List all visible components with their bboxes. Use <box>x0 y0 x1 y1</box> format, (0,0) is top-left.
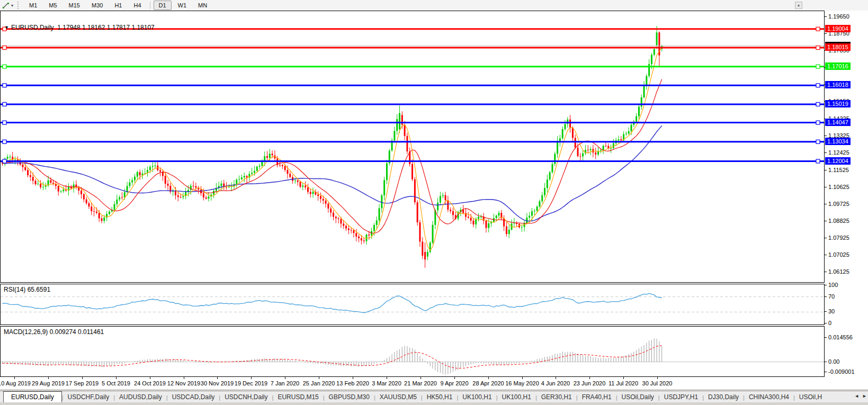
chart-tab-audusd-daily[interactable]: AUDUSD,Daily <box>115 392 166 403</box>
chart-tab-usdcad-daily[interactable]: USDCAD,Daily <box>168 392 219 403</box>
price-axis-tick-label: 1.09725 <box>828 201 849 207</box>
timeframe-button-m5[interactable]: M5 <box>43 1 62 10</box>
date-axis[interactable]: 10 Aug 201929 Aug 201917 Sep 20195 Oct 2… <box>0 377 825 389</box>
date-axis-tick <box>48 377 49 379</box>
level-price-label: 1.17016 <box>825 62 851 70</box>
timeframe-button-w1[interactable]: W1 <box>173 1 192 10</box>
macd-indicator-pane[interactable]: MACD(12,26,9) 0.009274 0.011461 <box>0 326 825 377</box>
rsi-axis-tick-label: 0 <box>828 320 831 326</box>
macd-axis-tick <box>825 372 827 372</box>
collapse-chart-icon[interactable]: ▼ <box>4 25 9 30</box>
date-axis-label: 19 Dec 2019 <box>235 380 267 386</box>
price-axis-tick <box>825 170 827 170</box>
macd-axis-tick <box>825 362 827 362</box>
date-axis-label: 7 Jan 2020 <box>271 380 299 386</box>
price-axis-tick-label: 1.07025 <box>828 251 849 258</box>
level-price-label: 1.13034 <box>825 138 851 145</box>
chart-tab-usdjpy-h1[interactable]: USDJPY,H1 <box>660 392 702 403</box>
timeframe-button-h4[interactable]: H4 <box>128 1 146 10</box>
date-axis-tick <box>623 377 624 379</box>
chart-tab-eurusd-daily[interactable]: EURUSD,Daily <box>3 391 62 403</box>
chart-tab-usoil-h[interactable]: USOil,H <box>795 392 826 403</box>
chart-tab-hk50-h1[interactable]: HK50,H1 <box>423 392 457 403</box>
date-axis-tick <box>657 377 658 379</box>
timeframe-button-m30[interactable]: M30 <box>86 1 108 10</box>
date-axis-label: 24 Oct 2019 <box>134 380 166 386</box>
chart-tab-gbpusd-m30[interactable]: GBPUSD,M30 <box>325 392 374 403</box>
chart-tab-usdchf-daily[interactable]: USDCHF,Daily <box>64 392 114 403</box>
chart-symbol-label: EURUSD,Daily <box>11 24 54 31</box>
rsi-axis-tick <box>825 323 827 323</box>
price-axis-tick <box>825 152 827 153</box>
draw-tool-icon <box>2 2 10 9</box>
date-axis-label: 23 Jun 2020 <box>574 380 606 386</box>
date-axis-label: 25 Jan 2020 <box>303 380 335 386</box>
toolbar-separator <box>150 2 150 9</box>
price-axis[interactable]: 1.196501.187501.178501.169501.160501.151… <box>825 11 868 377</box>
chart-tabbar: EURUSD,Daily|USDCHF,Daily|AUDUSD,Daily|U… <box>0 391 868 403</box>
date-axis-label: 17 Sep 2019 <box>66 380 99 386</box>
draw-tool-button[interactable]: ▾ <box>0 1 15 10</box>
level-price-label: 1.15019 <box>825 100 851 107</box>
rsi-label: RSI(14) 65.6591 <box>4 286 50 293</box>
chart-tab-xauusd-m5[interactable]: XAUUSD,M5 <box>375 392 421 403</box>
price-axis-tick-label: 1.06125 <box>828 268 849 275</box>
level-price-label: 1.18015 <box>825 43 851 51</box>
scroll-up-button[interactable]: ▲ <box>795 2 802 9</box>
price-chart-pane[interactable]: ▼EURUSD,Daily 1.17948 1.18162 1.17817 1.… <box>0 11 825 283</box>
date-axis-tick <box>150 377 150 379</box>
date-axis-tick <box>387 377 387 379</box>
chart-tab-dj30-daily[interactable]: DJ30,Daily <box>704 392 743 403</box>
chart-tab-usoil-daily[interactable]: USOil,Daily <box>618 392 658 403</box>
date-axis-label: 10 Aug 2019 <box>0 380 31 386</box>
chart-tab-eurusd-m15[interactable]: EURUSD,M15 <box>273 392 323 403</box>
chart-ohlc-values: 1.17948 1.18162 1.17817 1.18107 <box>57 24 155 31</box>
timeframe-button-m15[interactable]: M15 <box>64 1 85 10</box>
timeframe-button-mn[interactable]: MN <box>193 1 212 10</box>
price-axis-tick-label: 1.19650 <box>828 13 849 20</box>
rsi-axis-tick-label: 30 <box>828 308 835 314</box>
rsi-indicator-pane[interactable]: RSI(14) 65.6591 <box>0 284 825 325</box>
chart-tab-china300-h4[interactable]: CHINA300,H4 <box>745 392 793 403</box>
toolbar-grip[interactable] <box>17 2 21 9</box>
chart-tab-ger30-h1[interactable]: GER30,H1 <box>537 392 576 403</box>
candlestick-chart[interactable] <box>1 11 824 282</box>
price-axis-tick <box>825 272 827 272</box>
chart-tab-fra40-h1[interactable]: FRA40,H1 <box>578 392 616 403</box>
chart-tab-uk100-h1[interactable]: UK100,H1 <box>458 392 496 403</box>
timeframe-button-m1[interactable]: M1 <box>24 1 42 10</box>
date-axis-tick <box>488 377 489 379</box>
rsi-axis-tick <box>825 285 827 285</box>
date-axis-tick <box>285 377 285 379</box>
level-price-label: 1.12004 <box>825 157 851 165</box>
tab-scroll-left-button[interactable]: ◄ <box>854 393 859 399</box>
date-axis-label: 28 Apr 2020 <box>472 380 504 386</box>
date-axis-label: 3 Mar 2020 <box>372 380 401 386</box>
date-axis-label: 30 Jul 2020 <box>642 380 673 386</box>
macd-axis-tick-label: -0.009001 <box>828 368 855 375</box>
chevron-down-icon: ▾ <box>11 3 13 8</box>
tab-scroll-arrows: ◄► <box>851 393 867 399</box>
date-axis-label: 11 Jul 2020 <box>609 380 638 386</box>
date-axis-label: 9 Apr 2020 <box>440 380 468 386</box>
price-axis-tick <box>825 187 827 187</box>
chart-tab-uk100-h1[interactable]: UK100,H1 <box>498 392 535 403</box>
date-axis-tick <box>556 377 556 379</box>
date-axis-tick <box>522 377 523 379</box>
rsi-axis-tick <box>825 296 827 297</box>
price-axis-tick <box>825 255 827 255</box>
timeframe-button-d1[interactable]: D1 <box>154 1 172 10</box>
price-axis-tick <box>825 16 827 17</box>
timeframe-button-h1[interactable]: H1 <box>109 1 127 10</box>
date-axis-tick <box>217 377 218 379</box>
price-axis-tick <box>825 238 827 238</box>
rsi-line-chart <box>1 284 824 325</box>
macd-histogram-chart <box>1 327 824 376</box>
tab-scroll-right-button[interactable]: ► <box>862 393 867 399</box>
status-strip <box>0 402 868 405</box>
macd-axis-tick-label: 0.014556 <box>828 334 853 340</box>
price-axis-tick-label: 1.10625 <box>828 184 849 190</box>
date-axis-tick <box>353 377 353 379</box>
chart-tab-usdcnh-daily[interactable]: USDCNH,Daily <box>220 392 272 403</box>
level-price-label: 1.19004 <box>825 25 851 32</box>
